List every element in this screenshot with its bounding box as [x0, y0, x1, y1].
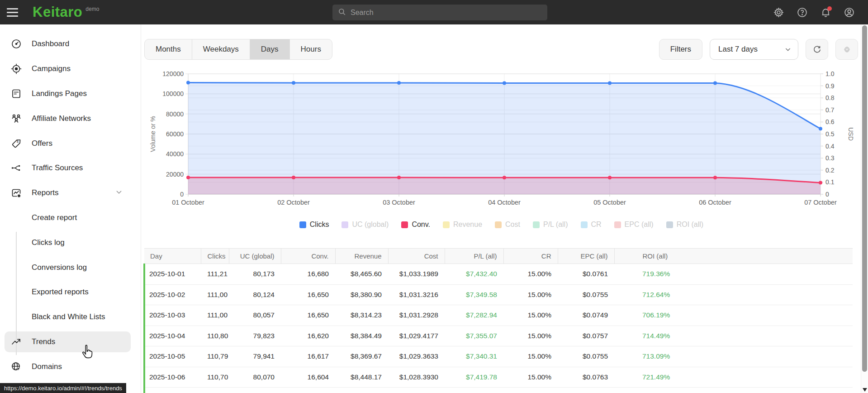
table-cell: 80,070	[229, 367, 281, 388]
legend-label: CR	[591, 220, 602, 229]
search-icon	[338, 8, 346, 18]
table-cell: $8,384.49	[335, 326, 388, 346]
legend-swatch	[342, 221, 348, 228]
sidebar-item-label: Exported reports	[32, 288, 89, 297]
svg-text:07 October: 07 October	[804, 199, 837, 206]
table-cell: 16,680	[281, 264, 335, 285]
legend-item-cr[interactable]: CR	[581, 220, 602, 229]
table-cell: 15.00%	[503, 284, 558, 305]
table-cell: $0.0749	[558, 305, 614, 326]
tab-weekdays[interactable]: Weekdays	[192, 39, 250, 59]
filters-button[interactable]: Filters	[659, 39, 702, 60]
sidebar-item-trends[interactable]: Trends	[0, 330, 141, 355]
chart-settings-button[interactable]	[835, 39, 858, 60]
notifications-icon[interactable]	[819, 6, 832, 19]
table-cell: 721.49%	[614, 367, 853, 388]
legend-item-uc-global-[interactable]: UC (global)	[342, 220, 389, 229]
table-cell: $8,465.60	[335, 264, 388, 285]
sidebar-item-clicks-log[interactable]: Clicks log	[0, 230, 141, 255]
sidebar-item-label: Affiliate Networks	[32, 114, 91, 123]
svg-text:0.4: 0.4	[825, 143, 835, 150]
status-url: https://demo.keitaro.io/admin/#!/trends/…	[4, 385, 122, 392]
table-cell: 16,620	[281, 326, 335, 346]
svg-text:0.8: 0.8	[825, 94, 835, 101]
column-header-cr: CR	[503, 249, 558, 264]
scrollbar-thumb[interactable]	[862, 25, 867, 372]
tab-days[interactable]: Days	[250, 39, 290, 59]
trends-table: DayClicksUC (global)Conv.RevenueCostP/L …	[143, 248, 853, 393]
table-cell: 65,29	[201, 388, 229, 393]
legend-item-epc-all-[interactable]: EPC (all)	[614, 220, 654, 229]
svg-text:80000: 80000	[166, 110, 184, 118]
legend-label: P/L (all)	[543, 220, 568, 229]
table-cell: 111,21	[201, 264, 229, 285]
table-cell: $0.0756	[558, 388, 614, 393]
tab-hours[interactable]: Hours	[290, 39, 332, 59]
legend-item-revenue[interactable]: Revenue	[443, 220, 482, 229]
sidebar-item-reports[interactable]: Reports	[0, 181, 141, 206]
table-cell: 110,80	[201, 326, 229, 346]
reports-icon	[11, 187, 22, 198]
hamburger-menu-icon[interactable]	[0, 8, 24, 17]
svg-text:0: 0	[825, 191, 829, 198]
svg-text:120000: 120000	[162, 70, 184, 77]
svg-text:0: 0	[180, 191, 184, 198]
table-header-row: DayClicksUC (global)Conv.RevenueCostP/L …	[144, 249, 853, 264]
sidebar-item-exported-reports[interactable]: Exported reports	[0, 280, 141, 305]
sidebar-item-domains[interactable]: Domains	[0, 354, 141, 379]
table-cell: $0.0761	[558, 264, 614, 285]
sidebar-item-affiliate-networks[interactable]: Affiliate Networks	[0, 106, 141, 131]
legend-swatch	[533, 221, 540, 228]
legend-swatch	[299, 221, 306, 228]
table-cell: 706.19%	[614, 305, 853, 326]
account-icon[interactable]	[843, 6, 855, 19]
sidebar-item-dashboard[interactable]: Dashboard	[0, 32, 141, 57]
trends-toolbar: MonthsWeekdaysDaysHours Filters Last 7 d…	[144, 39, 858, 60]
settings-icon[interactable]	[772, 6, 785, 19]
column-header-roi-all-: ROI (all)	[614, 249, 853, 264]
legend-item-roi-all-[interactable]: ROI (all)	[666, 220, 704, 229]
search-input[interactable]	[351, 9, 542, 17]
legend-item-p-l-all-[interactable]: P/L (all)	[533, 220, 568, 229]
svg-text:60000: 60000	[166, 130, 184, 138]
table-cell: $7,419.78	[445, 367, 503, 388]
trends-chart[interactable]: 02000040000600008000010000012000000.10.2…	[146, 60, 859, 214]
table-cell: 111,00	[201, 305, 229, 326]
table-cell: 2025-10-05	[144, 346, 201, 367]
legend-item-clicks[interactable]: Clicks	[299, 220, 329, 229]
sidebar-item-campaigns[interactable]: Campaigns	[0, 57, 141, 81]
vertical-scrollbar[interactable]	[861, 24, 868, 393]
table-cell: $7,340.31	[445, 346, 503, 367]
svg-text:04 October: 04 October	[488, 199, 521, 206]
table-cell: 79,941	[229, 346, 281, 367]
table-cell: 16,650	[281, 284, 335, 305]
table-cell: 15.00%	[503, 264, 558, 285]
legend-item-conv-[interactable]: Conv.	[401, 220, 430, 229]
table-cell: 16,604	[281, 367, 335, 388]
table-cell: $8,314.23	[335, 305, 388, 326]
legend-item-cost[interactable]: Cost	[495, 220, 520, 229]
sidebar-item-landings-pages[interactable]: Landings Pages	[0, 81, 141, 106]
table-cell: 713.09%	[614, 346, 853, 367]
top-bar: Keitaro demo	[0, 0, 868, 24]
sidebar-item-conversions-log[interactable]: Conversions log	[0, 255, 141, 280]
table-cell: 110,79	[201, 346, 229, 367]
column-header-p-l-all-: P/L (all)	[445, 249, 503, 264]
help-icon[interactable]	[796, 6, 808, 19]
sidebar-item-create-report[interactable]: Create report	[0, 206, 141, 230]
sidebar-item-black-and-white-lists[interactable]: Black and White Lists	[0, 305, 141, 330]
date-range-select[interactable]: Last 7 days	[710, 39, 798, 60]
chart-legend: ClicksUC (global)Conv.RevenueCostP/L (al…	[143, 219, 859, 230]
sidebar-item-label: Landings Pages	[32, 89, 87, 98]
svg-text:06 October: 06 October	[699, 199, 731, 206]
sidebar-item-offers[interactable]: $Offers	[0, 131, 141, 156]
dashboard-icon	[11, 38, 22, 49]
svg-text:0.5: 0.5	[825, 130, 835, 138]
refresh-button[interactable]	[806, 39, 828, 60]
tab-months[interactable]: Months	[145, 39, 192, 59]
sidebar-item-traffic-sources[interactable]: Traffic Sources	[0, 156, 141, 181]
sidebar-item-label: Traffic Sources	[32, 163, 83, 173]
global-search[interactable]	[332, 5, 547, 20]
scrollbar-down-arrow-icon[interactable]	[863, 388, 867, 392]
table-cell: $0.0763	[558, 367, 614, 388]
